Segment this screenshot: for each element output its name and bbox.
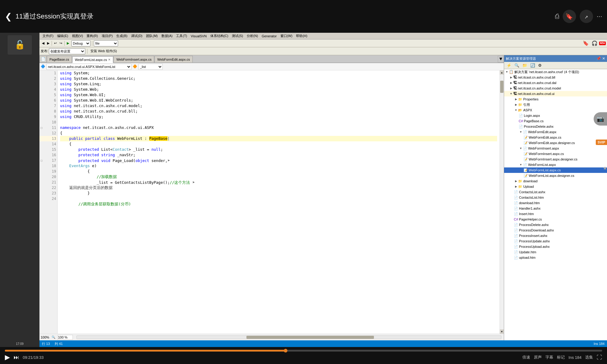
tree-login[interactable]: 📄 Login.aspx <box>504 113 607 118</box>
toolbar-redo[interactable]: ↪ <box>58 41 63 46</box>
tree-processdownload[interactable]: 📄 ProcessDownload.ashx <box>504 228 607 233</box>
menu-visualsvn[interactable]: VisualSVN <box>189 34 209 39</box>
tree-handler1[interactable]: 📄 Handler1.ashx <box>504 206 607 211</box>
tree-download-folder[interactable]: ▶ 📁 download <box>504 178 607 184</box>
tree-webformlist-cs[interactable]: 📝 WebFormList.aspx.cs <box>504 167 607 173</box>
tree-webforminsert-designer[interactable]: 📝 WebFormInsert.aspx.designer.cs <box>504 157 607 162</box>
tree-processdelete2[interactable]: 📄 ProcessDelete.ashx <box>504 222 607 228</box>
toolbar-forward[interactable]: ▶ <box>46 41 51 46</box>
tree-webforminsert-aspx[interactable]: ▼ 📄 WebFormInsert.aspx <box>504 146 607 151</box>
tree-update-htm[interactable]: 📄 Update.htm <box>504 249 607 255</box>
project-dal[interactable]: ▶ 🏗 net.itcast.cn.ashx.crud.dal <box>504 80 607 86</box>
tree-webformlist-designer[interactable]: 📝 WebFormList.aspx.designer.cs <box>504 173 607 178</box>
scroll-up[interactable]: ▲ <box>500 70 504 75</box>
code-nav-member-select[interactable]: _list <box>138 64 163 70</box>
code-nav-namespace-select[interactable]: net.itcast.cn.ashx.crud.ui.ASPX.WebFormL… <box>46 64 131 70</box>
publish-select[interactable]: 创建发布设置 <box>49 48 85 54</box>
tree-references[interactable]: ▶ 📁 引用 <box>504 102 607 107</box>
play-button[interactable]: ▶ <box>5 353 10 361</box>
share-button[interactable]: ↗ <box>580 10 593 23</box>
zoom-input[interactable] <box>58 335 73 340</box>
tree-download-htm[interactable]: 📄 download.htm <box>504 200 607 206</box>
tree-aspx-folder[interactable]: ▼ 📂 ASPX <box>504 107 607 113</box>
menu-build[interactable]: 生成(B) <box>114 33 129 39</box>
tree-webformlist-aspx[interactable]: ▼ 📄 WebFormList.aspx <box>504 162 607 167</box>
toolbar-bookmark[interactable]: 🔖 <box>582 40 590 47</box>
select-label[interactable]: 选集 <box>585 355 593 360</box>
subtitle-label[interactable]: 字幕 <box>545 355 553 360</box>
sol-toolbar-btn1[interactable]: ⚡ <box>505 62 513 68</box>
tree-upload-htm[interactable]: 📄 upload.htm <box>504 255 607 260</box>
horiz-scroll-thumb[interactable] <box>246 336 374 339</box>
more-options-button[interactable]: ··· <box>597 12 602 20</box>
tree-contactslist-htm[interactable]: 📄 ContactsList.htm <box>504 195 607 200</box>
menu-architecture[interactable]: 体系结构(C) <box>209 33 230 39</box>
vertical-scrollbar[interactable]: ▲ ▼ <box>500 70 504 334</box>
original-audio-label[interactable]: 原声 <box>534 355 542 360</box>
tab-webformlist[interactable]: WebFormList.aspx.cs ✕ <box>72 56 114 63</box>
toolbar-back[interactable]: ◀ <box>41 41 46 46</box>
tab-webformedit[interactable]: WebFormEdit.aspx.cs <box>154 56 192 62</box>
sidebar-lock-icon[interactable]: 🔓 <box>8 35 32 55</box>
menu-project[interactable]: 项目(P) <box>100 33 115 39</box>
tree-webformedit-aspx[interactable]: ▼ 📄 WebFormEdit.aspx <box>504 129 607 135</box>
menu-analyze[interactable]: 分析(N) <box>245 33 260 39</box>
progress-handle[interactable] <box>284 349 287 352</box>
menu-tools[interactable]: 工具(T) <box>174 33 189 39</box>
toolbar-undo[interactable]: ↩ <box>53 41 58 46</box>
tree-upload-folder[interactable]: ▶ 📁 Upload <box>504 184 607 189</box>
panel-pin-icon[interactable]: 📌 <box>596 56 601 61</box>
tree-processupload[interactable]: 📄 ProcessUpload.ashx <box>504 244 607 249</box>
tree-webformedit-designer[interactable]: 📝 WebFormEdit.aspx.designer.cs <box>504 140 607 146</box>
sol-toolbar-btn2[interactable]: 🔍 <box>513 62 521 68</box>
tree-processdelete-aspx[interactable]: 📄 ProcessDelete.ashx <box>504 124 607 129</box>
bookmark-icon-container[interactable]: 🔖 <box>563 10 576 23</box>
sol-toolbar-btn5[interactable]: ⚙ <box>537 62 543 68</box>
code-editor[interactable]: 1 2 3 4 5 6 7 8 9 10 □11 12 13 14 15 16 <box>39 70 504 334</box>
menu-refactor[interactable]: 重构(R) <box>85 33 100 39</box>
platform-select[interactable]: file <box>94 40 118 46</box>
menu-window[interactable]: 窗口(W) <box>279 33 294 39</box>
sol-toolbar-btn3[interactable]: 📁 <box>521 62 528 68</box>
code-content[interactable]: using System; using System.Collections.G… <box>58 70 500 334</box>
project-bll[interactable]: ▶ 🏗 net.itcast.cn.ashx.crud.bll <box>504 75 607 80</box>
toolbar-play[interactable]: ▶ <box>66 41 70 46</box>
menu-data[interactable]: 数据(A) <box>160 33 175 39</box>
menu-debug[interactable]: 调试(D) <box>129 33 144 39</box>
tab-pagbase[interactable]: PageBase.cs <box>47 56 72 62</box>
fullscreen-button[interactable]: ⛶ <box>597 354 602 361</box>
tree-processupdate[interactable]: 📄 ProcessUpdate.ashx <box>504 238 607 244</box>
camera-icon-container[interactable]: 📷 <box>594 112 607 126</box>
tree-processinsert[interactable]: 📄 ProcessInsert.ashx <box>504 233 607 238</box>
project-model[interactable]: ▶ 🏗 net.itcast.cn.ashx.crud.model <box>504 86 607 91</box>
back-button[interactable]: ❮ <box>5 12 12 22</box>
tab-webformlist-close[interactable]: ✕ <box>108 58 110 61</box>
tab-dropdown[interactable]: ▼ <box>498 56 504 62</box>
progress-container[interactable] <box>5 350 602 352</box>
install-web-components[interactable]: 安装 Web 组件(S) <box>89 48 118 54</box>
tree-contactslist-ashx[interactable]: 📄 ContactsList.ashx <box>504 189 607 195</box>
menu-generator[interactable]: Generator <box>260 34 279 39</box>
menu-file[interactable]: 文件(F) <box>41 33 55 39</box>
sol-toolbar-btn4[interactable]: 🔄 <box>529 62 536 68</box>
project-ui[interactable]: ▼ 🏗 net.itcast.cn.ashx.crud.ui <box>504 91 607 96</box>
tree-insert-htm[interactable]: 📄 Insert.htm <box>504 211 607 217</box>
tree-properties[interactable]: ▶ 📁 Properties <box>504 96 607 102</box>
menu-help[interactable]: 帮助(H) <box>294 33 309 39</box>
share-icon-button[interactable]: ⎙ <box>555 12 559 20</box>
menu-test[interactable]: 测试(S) <box>230 33 245 39</box>
debug-config-select[interactable]: Debug Release <box>71 40 90 46</box>
tree-pagerhelper[interactable]: C# PagerHelper.cs <box>504 217 607 222</box>
menu-edit[interactable]: 编辑(E) <box>55 33 70 39</box>
tree-pagebase[interactable]: C# PageBase.cs <box>504 118 607 124</box>
solution-root[interactable]: ▼ 📋 解决方案 'net.itcast.cn.ashx.crud' (4 个项… <box>504 69 607 75</box>
panel-close-icon[interactable]: ✕ <box>602 56 605 61</box>
tab-webforminsert[interactable]: WebFormInsert.aspx.cs <box>114 56 154 62</box>
menu-view[interactable]: 视图(V) <box>70 33 85 39</box>
playback-rate-label[interactable]: 倍速 <box>522 355 530 360</box>
menu-team[interactable]: 团队(M) <box>144 33 160 39</box>
horiz-scroll[interactable] <box>76 335 501 339</box>
mark-label[interactable]: 标记 <box>557 355 565 360</box>
tree-webforminsert-cs[interactable]: 📝 WebFormInsert.aspx.cs <box>504 151 607 157</box>
next-button[interactable]: ⏭ <box>14 354 19 361</box>
